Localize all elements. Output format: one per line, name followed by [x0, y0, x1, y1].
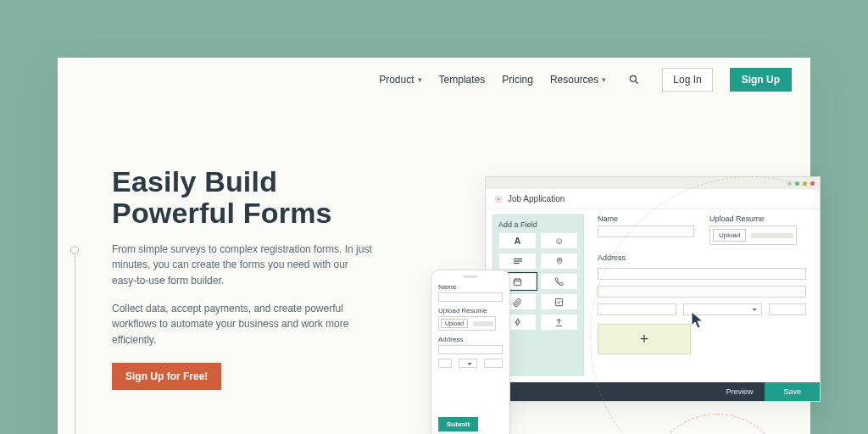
nav-resources[interactable]: Resources ▾ — [550, 74, 606, 86]
cta-signup-free-button[interactable]: Sign Up for Free! — [112, 363, 221, 390]
mobile-preview: Name Upload Resume Upload Address — [431, 270, 510, 434]
upload-button[interactable]: Upload — [713, 229, 746, 242]
nav-templates-label: Templates — [439, 74, 486, 86]
address-state-select[interactable] — [683, 303, 762, 315]
search-button[interactable] — [623, 69, 645, 91]
palette-paragraph-icon[interactable] — [498, 253, 537, 270]
chevron-down-icon: ▾ — [602, 75, 606, 84]
gear-icon — [494, 195, 503, 203]
mobile-address-state[interactable] — [459, 359, 477, 368]
hero-paragraph-1: From simple surveys to complex registrat… — [112, 242, 375, 289]
palette-text-icon[interactable]: A — [498, 232, 537, 249]
address-label: Address — [598, 253, 806, 262]
mobile-address-zip[interactable] — [484, 359, 503, 368]
palette-location-icon[interactable] — [540, 253, 578, 270]
svg-rect-11 — [555, 298, 562, 305]
nav-resources-label: Resources — [550, 74, 598, 86]
builder-header: Job Application — [486, 189, 820, 209]
address-line2-input[interactable] — [598, 286, 806, 298]
svg-point-6 — [558, 259, 559, 261]
plus-icon: + — [640, 331, 649, 348]
svg-point-2 — [498, 198, 500, 200]
search-icon — [628, 74, 640, 86]
svg-line-1 — [636, 81, 638, 84]
top-nav: Product ▾ Templates Pricing Resources ▾ … — [58, 58, 810, 102]
hero-title-line2: Powerful Forms — [112, 197, 332, 229]
address-city-input[interactable] — [598, 303, 676, 315]
nav-product-label: Product — [379, 74, 414, 86]
mobile-submit-button[interactable]: Submit — [438, 417, 478, 431]
window-menu-icon — [787, 181, 792, 186]
window-titlebar — [486, 177, 820, 189]
mobile-name-input[interactable] — [438, 292, 503, 302]
mobile-name-label: Name — [438, 283, 503, 291]
landing-card: Product ▾ Templates Pricing Resources ▾ … — [58, 58, 810, 434]
mobile-name-field: Name — [438, 283, 503, 302]
nav-product[interactable]: Product ▾ — [379, 74, 421, 86]
preview-button[interactable]: Preview — [714, 382, 765, 401]
login-button[interactable]: Log In — [662, 68, 712, 92]
form-canvas: Name Upload Resume Upload Address — [584, 209, 820, 381]
nav-pricing[interactable]: Pricing — [502, 74, 533, 86]
add-field-dropzone[interactable]: + — [598, 324, 691, 354]
mobile-upload-label: Upload Resume — [438, 307, 503, 314]
chevron-down-icon: ▾ — [418, 75, 422, 84]
builder-form-title: Job Application — [508, 194, 565, 203]
builder-footer: Preview Save — [486, 382, 820, 401]
name-input[interactable] — [598, 225, 694, 237]
upload-placeholder — [751, 233, 793, 238]
save-button[interactable]: Save — [765, 382, 820, 401]
decorative-pin — [70, 246, 79, 254]
palette-title: Add a Field — [498, 220, 578, 229]
canvas-upload-field: Upload Resume Upload — [709, 214, 806, 245]
mobile-address-line1[interactable] — [438, 345, 503, 354]
hero: Easily Build Powerful Forms From simple … — [112, 166, 375, 390]
window-max-icon — [803, 181, 807, 186]
nav-templates[interactable]: Templates — [439, 74, 486, 86]
address-zip-input[interactable] — [769, 303, 806, 315]
palette-emoji-icon[interactable]: ☺ — [540, 232, 578, 249]
palette-phone-icon[interactable] — [540, 273, 578, 290]
form-builder-illustration: Job Application Add a Field A ☺ — [431, 176, 821, 434]
upload-label: Upload Resume — [709, 214, 806, 223]
mobile-address-label: Address — [438, 336, 503, 343]
mobile-address-city[interactable] — [438, 359, 452, 368]
window-close-icon — [810, 181, 815, 186]
svg-rect-7 — [514, 279, 520, 285]
hero-title-line1: Easily Build — [112, 165, 277, 198]
canvas-address-field: Address — [598, 253, 806, 315]
mobile-upload-field: Upload Resume Upload — [438, 307, 503, 331]
nav-pricing-label: Pricing — [502, 74, 533, 86]
palette-upload-icon[interactable] — [540, 314, 578, 331]
hero-paragraph-2: Collect data, accept payments, and creat… — [112, 301, 375, 348]
svg-point-0 — [631, 75, 637, 81]
hero-title: Easily Build Powerful Forms — [112, 166, 375, 230]
canvas-name-field: Name — [598, 214, 694, 245]
upload-control[interactable]: Upload — [709, 225, 797, 245]
name-label: Name — [598, 214, 694, 223]
signup-button[interactable]: Sign Up — [730, 68, 792, 92]
mobile-address-field: Address — [438, 336, 503, 368]
palette-checkbox-icon[interactable] — [540, 293, 578, 310]
mobile-upload-button[interactable]: Upload — [441, 319, 468, 328]
window-min-icon — [795, 181, 799, 186]
address-line1-input[interactable] — [598, 268, 806, 280]
phone-speaker — [463, 275, 478, 278]
mobile-upload-placeholder — [473, 321, 493, 326]
builder-window: Job Application Add a Field A ☺ — [485, 176, 821, 402]
mobile-upload-control[interactable]: Upload — [438, 316, 496, 331]
